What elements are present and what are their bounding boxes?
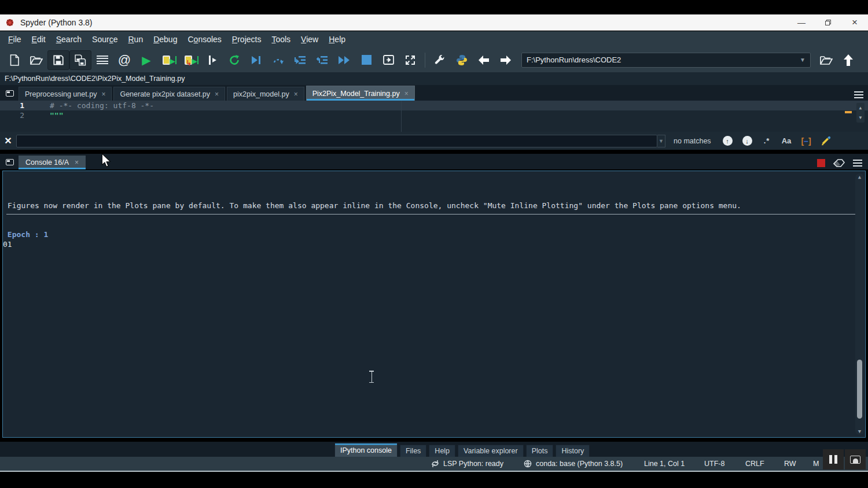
case-sensitive-button[interactable]: Aa xyxy=(777,136,796,145)
memory-status: M xyxy=(813,457,819,471)
close-tab-icon[interactable]: × xyxy=(215,90,219,98)
parent-directory-button[interactable] xyxy=(837,50,859,70)
fullscreen-button[interactable] xyxy=(399,50,421,70)
menu-edit[interactable]: Edit xyxy=(27,33,50,46)
editor-scrollbar[interactable]: ▲▼ xyxy=(845,103,865,126)
scroll-down-icon[interactable]: ▼ xyxy=(859,115,862,120)
forward-button[interactable] xyxy=(495,50,517,70)
run-selection-button[interactable] xyxy=(201,50,223,70)
console-tab[interactable]: Console 16/A× xyxy=(19,156,86,169)
console-tab-bar: Console 16/A× xyxy=(0,154,868,169)
editor-line-1[interactable]: 1 # -*- coding: utf-8 -*- xyxy=(0,101,868,110)
menu-bar: File Edit Search Source Run Debug Consol… xyxy=(0,31,868,47)
scrollbar-thumb[interactable] xyxy=(857,360,862,419)
tab-variable-explorer[interactable]: Variable explorer xyxy=(458,445,524,457)
run-cell-button[interactable]: ▶ xyxy=(157,50,179,70)
rerun-cell-button[interactable] xyxy=(223,50,245,70)
menu-projects[interactable]: Projects xyxy=(227,33,266,46)
tab-files[interactable]: Files xyxy=(400,445,426,457)
tab-history[interactable]: History xyxy=(556,445,590,457)
menu-run[interactable]: Run xyxy=(123,33,148,46)
whole-words-button[interactable]: [–] xyxy=(796,136,816,146)
env-status[interactable]: conda: base (Python 3.8.5) xyxy=(524,457,623,471)
find-history-dropdown[interactable]: ▼ xyxy=(657,135,665,147)
scroll-down-icon[interactable]: ▼ xyxy=(855,428,864,434)
permissions-status: RW xyxy=(784,457,796,471)
code-editor[interactable]: 1 # -*- coding: utf-8 -*- 2 """ ▲▼ xyxy=(0,101,868,132)
close-find-button[interactable]: ✕ xyxy=(0,135,16,146)
scroll-up-icon[interactable]: ▲ xyxy=(855,174,864,180)
run-file-button[interactable]: ▶ xyxy=(135,50,157,70)
stop-debug-button[interactable] xyxy=(355,50,377,70)
close-tab-icon[interactable]: × xyxy=(101,90,105,98)
menu-consoles[interactable]: Consoles xyxy=(183,33,226,46)
menu-file[interactable]: File xyxy=(3,33,26,46)
interrupt-kernel-button[interactable] xyxy=(817,159,825,167)
restore-button[interactable] xyxy=(815,14,841,30)
lsp-icon xyxy=(431,460,439,468)
editor-tab-generate-dataset[interactable]: Generate pix2pix dataset.py× xyxy=(113,87,225,101)
debug-continue-button[interactable] xyxy=(333,50,355,70)
save-all-icon xyxy=(75,54,86,66)
find-next-button[interactable]: ↓ xyxy=(737,136,757,146)
eraser-icon xyxy=(833,159,845,167)
browse-tabs-button[interactable] xyxy=(2,86,17,100)
preferences-button[interactable] xyxy=(429,50,451,70)
debug-step-over-button[interactable] xyxy=(267,50,289,70)
menu-search[interactable]: Search xyxy=(52,33,86,46)
python-env-button[interactable] xyxy=(451,50,473,70)
editor-line-2[interactable]: 2 """ xyxy=(0,110,868,120)
scroll-up-icon[interactable]: ▲ xyxy=(859,105,862,110)
debug-file-button[interactable] xyxy=(245,50,267,70)
editor-tab-model-training[interactable]: Pix2Pix_Model_Training.py× xyxy=(306,86,415,101)
find-symbols-button[interactable]: @ xyxy=(113,50,135,70)
console-scrollbar[interactable]: ▲ ▼ xyxy=(855,173,864,435)
highlight-matches-button[interactable] xyxy=(816,136,836,146)
tab-label: IPython console xyxy=(340,446,392,454)
tab-ipython-console[interactable]: IPython console xyxy=(334,443,398,457)
console-options-button[interactable] xyxy=(853,160,862,167)
editor-options-button[interactable] xyxy=(854,91,863,98)
maximize-pane-icon xyxy=(383,55,394,65)
browse-tabs-icon xyxy=(6,159,14,165)
editor-tab-pix2pix-model[interactable]: pix2pix_model.py× xyxy=(227,87,304,101)
file-switcher-button[interactable] xyxy=(91,50,113,70)
regex-toggle-button[interactable]: .* xyxy=(757,136,777,145)
debug-step-return-button[interactable] xyxy=(311,50,333,70)
save-all-button[interactable] xyxy=(69,50,91,70)
close-console-icon[interactable]: × xyxy=(75,158,79,167)
minimize-button[interactable]: — xyxy=(788,14,815,30)
scroll-arrows[interactable]: ▲▼ xyxy=(856,103,865,123)
close-tab-icon[interactable]: × xyxy=(294,90,298,98)
maximize-pane-button[interactable] xyxy=(377,50,399,70)
dropdown-caret-icon[interactable]: ▼ xyxy=(800,57,806,63)
new-file-button[interactable] xyxy=(3,50,25,70)
close-button[interactable]: × xyxy=(841,14,868,30)
run-icon: ▶ xyxy=(142,54,150,66)
recorder-pause-button[interactable] xyxy=(823,449,844,469)
open-file-button[interactable] xyxy=(25,50,47,70)
recorder-webcam-button[interactable] xyxy=(845,449,866,469)
remove-variables-button[interactable] xyxy=(833,159,845,167)
menu-view[interactable]: View xyxy=(296,33,323,46)
run-cell-advance-button[interactable]: ▶↳ xyxy=(179,50,201,70)
editor-tab-preprocessing[interactable]: Preprocessing unet.py× xyxy=(19,87,112,101)
menu-source[interactable]: Source xyxy=(87,33,122,46)
browse-directory-button[interactable] xyxy=(815,50,837,70)
ipython-console[interactable]: Figures now render in the Plots pane by … xyxy=(2,171,866,438)
debug-step-into-button[interactable] xyxy=(289,50,311,70)
close-tab-icon[interactable]: × xyxy=(404,90,409,98)
working-directory-field[interactable]: F:\PythonRun\dress\CODE2 ▼ xyxy=(521,53,811,68)
tab-plots[interactable]: Plots xyxy=(526,445,554,457)
menu-debug[interactable]: Debug xyxy=(149,33,182,46)
tab-help[interactable]: Help xyxy=(429,445,455,457)
back-button[interactable] xyxy=(473,50,495,70)
save-button[interactable] xyxy=(47,50,69,70)
regex-icon: .* xyxy=(764,136,770,145)
find-previous-button[interactable]: ↑ xyxy=(718,136,737,146)
menu-tools[interactable]: Tools xyxy=(267,33,295,46)
lsp-text: LSP Python: ready xyxy=(443,460,503,468)
browse-console-tabs-button[interactable] xyxy=(2,155,17,169)
menu-help[interactable]: Help xyxy=(324,33,350,46)
find-input[interactable] xyxy=(16,135,657,147)
